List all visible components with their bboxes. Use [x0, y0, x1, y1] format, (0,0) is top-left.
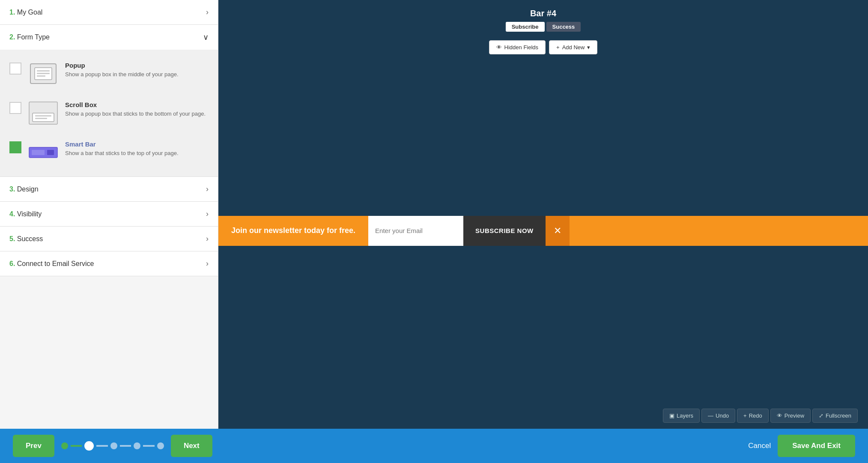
form-type-body: Popup Show a popup box in the middle of …	[0, 50, 218, 176]
smart-bar-icon	[28, 140, 58, 164]
smart-bar-preview: Join our newsletter today for free. SUBS…	[218, 216, 868, 246]
redo-button[interactable]: + Redo	[737, 409, 769, 423]
layers-button[interactable]: ▣ Layers	[663, 409, 700, 423]
form-type-popup[interactable]: Popup Show a popup box in the middle of …	[0, 54, 218, 93]
svg-rect-10	[32, 150, 45, 155]
accordion-header-form-type[interactable]: 2. Form Type ∨	[0, 25, 218, 50]
smart-bar-name: Smart Bar	[65, 140, 209, 148]
footer-left: Prev Next	[13, 435, 212, 457]
step-num-5: 5.	[9, 235, 15, 242]
chevron-form-type: ∨	[203, 33, 209, 42]
popup-icon	[28, 62, 58, 86]
progress-step-3	[110, 442, 117, 449]
svg-rect-3	[37, 73, 50, 74]
progress-step-1	[61, 442, 68, 449]
checkbox-smart-bar[interactable]	[9, 141, 21, 153]
undo-label: Undo	[716, 412, 729, 419]
scroll-box-name: Scroll Box	[65, 101, 209, 108]
undo-icon: —	[708, 412, 713, 419]
step-num-1: 1.	[9, 9, 15, 16]
scroll-box-icon	[28, 101, 58, 125]
preview-canvas: Join our newsletter today for free. SUBS…	[218, 59, 868, 403]
accordion-my-goal: 1. My Goal ›	[0, 0, 218, 25]
eye-icon: 👁	[496, 44, 502, 51]
progress-line-1	[71, 445, 82, 447]
step-num-4: 4.	[9, 210, 15, 218]
svg-rect-4	[37, 75, 45, 77]
hidden-fields-button[interactable]: 👁 Hidden Fields	[489, 40, 546, 54]
fullscreen-button[interactable]: ⤢ Fullscreen	[812, 409, 858, 423]
tab-success[interactable]: Success	[546, 22, 581, 32]
tab-subscribe[interactable]: Subscribe	[506, 22, 545, 32]
checkbox-popup[interactable]	[9, 63, 21, 75]
accordion-form-type: 2. Form Type ∨	[0, 25, 218, 177]
step-name-5: Success	[17, 235, 43, 242]
subscribe-now-button[interactable]: SUBSCRIBE NOW	[463, 216, 546, 246]
form-type-scroll-box[interactable]: Scroll Box Show a popup box that sticks …	[0, 93, 218, 133]
svg-rect-8	[35, 118, 47, 119]
progress-step-4	[134, 442, 140, 449]
preview-icon: 👁	[777, 412, 782, 419]
accordion-header-connect-email[interactable]: 6. Connect to Email Service ›	[0, 251, 218, 276]
preview-button[interactable]: 👁 Preview	[770, 409, 811, 423]
bar-title: Bar #4	[530, 9, 556, 18]
scroll-box-desc: Show a popup box that sticks to the bott…	[65, 110, 209, 118]
close-button[interactable]: ✕	[546, 216, 570, 246]
svg-rect-2	[37, 70, 50, 72]
step-name-4: Visibility	[17, 210, 42, 218]
bar-tabs: Subscribe Success	[506, 22, 581, 32]
accordion-connect-email: 6. Connect to Email Service ›	[0, 251, 218, 276]
chevron-down-icon: ▾	[587, 44, 590, 51]
next-button[interactable]: Next	[171, 435, 212, 457]
chevron-design: ›	[206, 185, 209, 194]
progress-line-2	[96, 445, 108, 447]
preview-label: Preview	[784, 412, 804, 419]
accordion-visibility: 4. Visibility ›	[0, 202, 218, 227]
step-num-2: 2.	[9, 33, 15, 41]
accordion-design: 3. Design ›	[0, 177, 218, 202]
chevron-connect-email: ›	[206, 259, 209, 268]
plus-icon: +	[556, 44, 560, 51]
layers-icon: ▣	[669, 412, 674, 419]
smart-bar-headline: Join our newsletter today for free.	[218, 226, 368, 235]
checkbox-scroll-box[interactable]	[9, 102, 21, 114]
accordion-header-my-goal[interactable]: 1. My Goal ›	[0, 0, 218, 24]
footer-right: Cancel Save And Exit	[748, 435, 855, 457]
step-num-6: 6.	[9, 260, 15, 267]
hidden-fields-label: Hidden Fields	[504, 44, 539, 51]
chevron-visibility: ›	[206, 209, 209, 218]
accordion-header-visibility[interactable]: 4. Visibility ›	[0, 202, 218, 226]
email-input[interactable]	[368, 216, 463, 246]
step-name-2: Form Type	[17, 33, 50, 41]
left-panel: 1. My Goal › 2. Form Type ∨	[0, 0, 218, 429]
progress-line-3	[120, 445, 131, 447]
cancel-button[interactable]: Cancel	[748, 442, 771, 450]
svg-rect-11	[47, 150, 54, 155]
undo-button[interactable]: — Undo	[701, 409, 735, 423]
right-panel: Bar #4 Subscribe Success 👁 Hidden Fields…	[218, 0, 868, 429]
popup-desc: Show a popup box in the middle of your p…	[65, 71, 209, 78]
toolbar-row: 👁 Hidden Fields + Add New ▾	[218, 36, 868, 59]
preview-header: Bar #4 Subscribe Success	[218, 0, 868, 36]
popup-name: Popup	[65, 62, 209, 69]
progress-step-2	[84, 441, 94, 451]
save-exit-button[interactable]: Save And Exit	[778, 435, 855, 457]
progress-step-5	[157, 442, 164, 449]
progress-track	[61, 441, 164, 451]
form-type-smart-bar[interactable]: Smart Bar Show a bar that sticks to the …	[0, 133, 218, 172]
step-num-3: 3.	[9, 185, 15, 193]
add-new-button[interactable]: + Add New ▾	[549, 40, 597, 54]
chevron-my-goal: ›	[206, 8, 209, 17]
svg-rect-6	[33, 113, 54, 122]
accordion-header-success[interactable]: 5. Success ›	[0, 227, 218, 251]
redo-label: Redo	[749, 412, 762, 419]
bottom-toolbar: ▣ Layers — Undo + Redo 👁 Preview ⤢ Fulls…	[218, 403, 868, 429]
progress-line-4	[143, 445, 155, 447]
accordion-header-design[interactable]: 3. Design ›	[0, 177, 218, 201]
fullscreen-icon: ⤢	[819, 412, 823, 419]
close-icon: ✕	[554, 225, 561, 236]
prev-button[interactable]: Prev	[13, 435, 54, 457]
redo-icon: +	[743, 412, 747, 419]
step-name-6: Connect to Email Service	[17, 260, 94, 267]
step-name-3: Design	[17, 185, 39, 193]
